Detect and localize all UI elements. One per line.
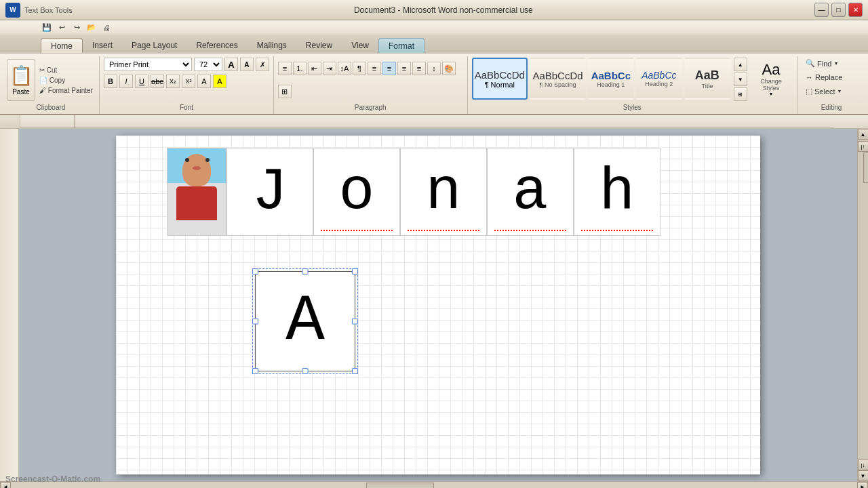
style-normal[interactable]: AaBbCcDd ¶ Normal bbox=[472, 58, 528, 100]
handle-mr[interactable] bbox=[352, 319, 358, 325]
numbering-button[interactable]: 1. bbox=[293, 62, 307, 75]
clear-format-button[interactable]: ✗ bbox=[256, 58, 269, 71]
style-normal-tag: ¶ Normal bbox=[485, 81, 515, 89]
tab-format[interactable]: Format bbox=[378, 38, 425, 53]
paste-label: Paste bbox=[12, 88, 30, 96]
style-title-label: Title bbox=[701, 83, 713, 89]
sort-button[interactable]: ↕A bbox=[338, 62, 351, 75]
ribbon-content: 📋 Paste ✂ Cut 📄 Copy 🖌 Format Painter Cl… bbox=[0, 53, 868, 114]
redo-button[interactable]: ↪ bbox=[71, 22, 83, 34]
main-layout: J o n a h bbox=[0, 115, 868, 488]
letter-cell-o: o bbox=[313, 148, 400, 236]
scroll-thumb[interactable] bbox=[863, 152, 869, 183]
handle-tc[interactable] bbox=[302, 268, 309, 274]
vertical-scrollbar[interactable]: ▲ |↑ |↓ ▼ bbox=[857, 129, 868, 481]
change-styles-button[interactable]: Aa Change Styles ▼ bbox=[749, 58, 793, 100]
bold-button[interactable]: B bbox=[104, 75, 117, 88]
scroll-bottom-btn[interactable]: |↓ bbox=[858, 460, 869, 470]
handle-tl[interactable] bbox=[252, 268, 258, 274]
maximize-button[interactable]: □ bbox=[831, 3, 846, 17]
find-button[interactable]: 🔍 Find ▼ bbox=[802, 58, 842, 69]
h-scroll-right[interactable]: ► bbox=[857, 482, 868, 489]
h-scroll-thumb[interactable] bbox=[366, 483, 434, 488]
style-title[interactable]: AaB Title bbox=[684, 58, 730, 100]
style-no-spacing[interactable]: AaBbCcDd ¶ No Spacing bbox=[530, 58, 586, 100]
horizontal-scrollbar[interactable]: ◄ ► bbox=[0, 481, 868, 488]
tab-page-layout[interactable]: Page Layout bbox=[122, 38, 186, 53]
handle-br[interactable] bbox=[352, 368, 358, 374]
shading-button[interactable]: 🎨 bbox=[442, 62, 456, 75]
content-area: J o n a h bbox=[0, 129, 868, 481]
bullets-button[interactable]: ≡ bbox=[278, 62, 292, 75]
style-heading2[interactable]: AaBbCc Heading 2 bbox=[636, 58, 682, 100]
justify-button[interactable]: ≡ bbox=[412, 62, 426, 75]
tab-insert[interactable]: Insert bbox=[83, 38, 122, 53]
handle-bc[interactable] bbox=[302, 368, 309, 374]
tab-home[interactable]: Home bbox=[41, 38, 83, 53]
find-label: Find bbox=[817, 60, 831, 68]
align-right-button[interactable]: ≡ bbox=[397, 62, 411, 75]
scroll-top-btn[interactable]: |↑ bbox=[858, 141, 869, 152]
scroll-up-button[interactable]: ▲ bbox=[858, 129, 869, 140]
h-scroll-track bbox=[11, 482, 857, 488]
letter-cell-n: n bbox=[400, 148, 487, 236]
copy-button[interactable]: 📄 Copy bbox=[37, 76, 95, 85]
select-icon: ⬚ bbox=[806, 87, 812, 96]
tab-view[interactable]: View bbox=[342, 38, 378, 53]
save-button[interactable]: 💾 bbox=[41, 22, 53, 34]
close-button[interactable]: ✕ bbox=[848, 3, 863, 17]
tab-references[interactable]: References bbox=[186, 38, 247, 53]
tab-review[interactable]: Review bbox=[296, 38, 342, 53]
style-heading2-label: Heading 2 bbox=[645, 81, 673, 87]
open-button[interactable]: 📂 bbox=[85, 22, 98, 34]
font-name-select[interactable]: Primer Print bbox=[104, 58, 192, 71]
styles-expand[interactable]: ⊞ bbox=[734, 87, 747, 101]
italic-button[interactable]: I bbox=[119, 75, 133, 88]
undo-button[interactable]: ↩ bbox=[56, 22, 68, 34]
style-heading1[interactable]: AaBbCc Heading 1 bbox=[588, 58, 634, 100]
handle-tr[interactable] bbox=[352, 268, 358, 274]
document-scroll-area[interactable]: J o n a h bbox=[19, 129, 857, 481]
find-icon: 🔍 bbox=[806, 59, 815, 68]
replace-button[interactable]: ↔ Replace bbox=[802, 72, 846, 83]
border-button[interactable]: ⊞ bbox=[278, 85, 292, 98]
superscript-button[interactable]: X² bbox=[182, 75, 195, 88]
textbox-A[interactable]: A bbox=[255, 271, 355, 371]
highlight-button[interactable]: A bbox=[213, 75, 226, 88]
align-left-button[interactable]: ≡ bbox=[368, 62, 381, 75]
style-no-spacing-label: ¶ No Spacing bbox=[540, 81, 576, 88]
line-spacing-button[interactable]: ↕ bbox=[427, 62, 441, 75]
change-styles-label: Change Styles bbox=[753, 79, 789, 92]
tab-mailings[interactable]: Mailings bbox=[248, 38, 296, 53]
print-button[interactable]: 🖨 bbox=[100, 22, 113, 34]
underline-button[interactable]: U bbox=[135, 75, 149, 88]
shrink-font-button[interactable]: A bbox=[240, 58, 254, 71]
subscript-button[interactable]: X₂ bbox=[166, 75, 180, 88]
clipboard-group: 📋 Paste ✂ Cut 📄 Copy 🖌 Format Painter Cl… bbox=[3, 56, 100, 114]
handle-bl[interactable] bbox=[252, 368, 258, 374]
align-center-button[interactable]: ≡ bbox=[382, 62, 396, 75]
minimize-button[interactable]: — bbox=[814, 3, 829, 17]
font-size-select[interactable]: 72 bbox=[194, 58, 222, 71]
format-painter-button[interactable]: 🖌 Format Painter bbox=[37, 86, 95, 95]
styles-scroll-up[interactable]: ▲ bbox=[734, 58, 747, 71]
cut-button[interactable]: ✂ Cut bbox=[37, 66, 95, 75]
indent-increase-button[interactable]: ⇥ bbox=[323, 62, 336, 75]
show-formatting-button[interactable]: ¶ bbox=[353, 62, 366, 75]
title-bar: W Text Box Tools Document3 - Microsoft W… bbox=[0, 0, 868, 20]
strikethrough-button[interactable]: abc bbox=[151, 75, 164, 88]
styles-scroll-down[interactable]: ▼ bbox=[734, 73, 747, 86]
style-heading1-label: Heading 1 bbox=[597, 81, 625, 88]
handle-ml[interactable] bbox=[252, 319, 258, 325]
indent-decrease-button[interactable]: ⇤ bbox=[308, 62, 321, 75]
vertical-ruler bbox=[0, 129, 19, 481]
selection-border bbox=[252, 268, 358, 374]
style-heading2-text: AaBbCc bbox=[642, 70, 676, 81]
paste-button[interactable]: 📋 Paste bbox=[7, 59, 35, 101]
grow-font-button[interactable]: A bbox=[224, 58, 238, 71]
select-button[interactable]: ⬚ Select ▼ bbox=[802, 85, 846, 97]
toolbar-context-label: Text Box Tools bbox=[24, 6, 73, 14]
scroll-down-button[interactable]: ▼ bbox=[858, 470, 869, 481]
letter-cell-a: a bbox=[487, 148, 574, 236]
text-color-button[interactable]: A bbox=[197, 75, 211, 88]
